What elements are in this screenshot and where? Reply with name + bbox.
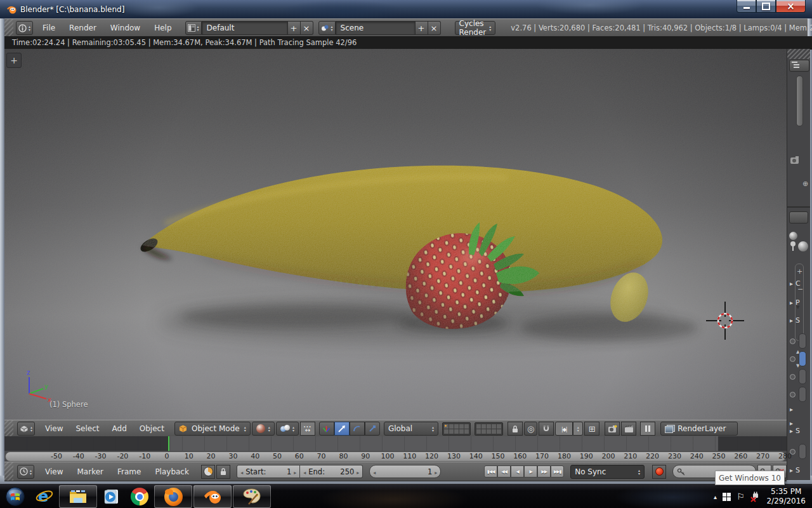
- layer-cell[interactable]: [481, 424, 486, 429]
- increment-icon[interactable]: [435, 467, 437, 476]
- taskbar-clock[interactable]: 5:35 PM 2/29/2016: [766, 487, 806, 506]
- editor-corner-widget[interactable]: [4, 420, 13, 437]
- panel-header-row[interactable]: C: [790, 279, 801, 288]
- taskbar-item-firefox[interactable]: [154, 485, 192, 508]
- snap-element-button[interactable]: [555, 422, 573, 436]
- current-frame-indicator[interactable]: [168, 436, 169, 451]
- layer-cell[interactable]: [492, 424, 496, 429]
- close-button[interactable]: ×: [776, 0, 806, 13]
- taskbar-item-paint[interactable]: [233, 485, 271, 508]
- layer-cell[interactable]: [459, 424, 464, 429]
- layer-cell[interactable]: [476, 424, 481, 429]
- disclosure-triangle-icon[interactable]: [790, 404, 793, 413]
- add-layout-button[interactable]: [288, 21, 301, 35]
- timeline-frames-area[interactable]: [4, 436, 787, 451]
- editor-corner-widget[interactable]: [4, 462, 13, 481]
- layer-cell[interactable]: [497, 429, 501, 434]
- taskbar-item-file-explorer[interactable]: [59, 485, 97, 508]
- restore-button[interactable]: [756, 0, 776, 13]
- option-row[interactable]: [790, 444, 806, 459]
- layer-cell[interactable]: [487, 424, 491, 429]
- menu-item[interactable]: Select: [70, 424, 106, 433]
- plus-icon[interactable]: +: [797, 267, 802, 276]
- previous-keyframe-button[interactable]: [497, 465, 511, 478]
- outliner-scrollbar[interactable]: [796, 76, 803, 126]
- panel-header-row[interactable]: S: [790, 426, 800, 435]
- layout-name-field[interactable]: Default: [202, 21, 288, 35]
- render-preview-viewport[interactable]: z y x + (1) Sphere: [4, 49, 787, 420]
- snap-toggle[interactable]: [539, 422, 554, 436]
- editor-type-button-timeline[interactable]: [17, 465, 34, 479]
- viewport-shading-select[interactable]: [252, 422, 275, 436]
- layer-cell[interactable]: [444, 424, 449, 429]
- layer-buttons-left[interactable]: [442, 422, 471, 436]
- layer-cell[interactable]: [487, 429, 491, 434]
- frame-lock-toggle[interactable]: [216, 465, 230, 479]
- menu-item[interactable]: Frame: [110, 467, 148, 476]
- lock-to-scene-toggle[interactable]: [508, 422, 523, 436]
- translate-manipulator-button[interactable]: [334, 422, 350, 436]
- taskbar-item-media-player[interactable]: [98, 486, 126, 507]
- action-center-flag-icon[interactable]: [737, 491, 745, 502]
- layer-cell[interactable]: [481, 429, 486, 434]
- scene-browse-button[interactable]: [318, 21, 336, 35]
- decrement-icon[interactable]: [303, 467, 306, 476]
- editor-type-button-info[interactable]: [16, 21, 33, 35]
- editor-corner-widget[interactable]: [4, 19, 13, 37]
- taskbar-item-chrome[interactable]: [126, 486, 154, 507]
- current-frame-field[interactable]: 1: [369, 465, 441, 478]
- window-titlebar[interactable]: Blender* [C:\banana.blend] ×: [0, 0, 812, 18]
- menu-item[interactable]: Window: [103, 23, 147, 32]
- layer-cell[interactable]: [492, 429, 496, 434]
- layer-buttons-right[interactable]: [475, 422, 503, 436]
- start-button[interactable]: [0, 486, 30, 507]
- mode-select[interactable]: Object Mode: [174, 422, 251, 436]
- increment-icon[interactable]: [357, 467, 359, 476]
- pivot-point-select[interactable]: [276, 422, 299, 436]
- decrement-icon[interactable]: [240, 467, 243, 476]
- layer-cell[interactable]: [444, 429, 449, 434]
- add-scene-button[interactable]: [416, 21, 428, 35]
- play-button[interactable]: [524, 465, 537, 478]
- option-row[interactable]: [790, 369, 806, 384]
- world-icon[interactable]: [789, 232, 797, 240]
- start-frame-field[interactable]: Start: 1: [237, 465, 300, 478]
- menu-item[interactable]: Render: [62, 23, 103, 32]
- delete-scene-button[interactable]: [428, 21, 441, 35]
- properties-panel-edge[interactable]: ⊕ + − ▾ ▴ ▾ C P S S S: [787, 49, 810, 480]
- proportional-edit-select[interactable]: [524, 422, 537, 436]
- increment-icon[interactable]: [294, 467, 296, 476]
- layer-cell[interactable]: [449, 424, 454, 429]
- auto-keyframe-toggle[interactable]: [652, 465, 666, 479]
- timeline-ruler[interactable]: -50-40-30-20-100102030405060708090100110…: [4, 451, 787, 462]
- render-layer-select[interactable]: RenderLayer: [660, 422, 738, 436]
- jump-to-end-button[interactable]: [551, 465, 564, 478]
- menu-item[interactable]: Add: [106, 424, 133, 433]
- rotate-manipulator-button[interactable]: [350, 422, 365, 436]
- layer-cell[interactable]: [497, 424, 501, 429]
- toolshelf-expand-button[interactable]: +: [6, 53, 22, 68]
- option-row[interactable]: [790, 351, 806, 366]
- option-row[interactable]: [790, 333, 806, 349]
- opengl-animation-button[interactable]: [621, 422, 636, 436]
- layer-cell[interactable]: [459, 429, 464, 434]
- jump-to-start-button[interactable]: [484, 465, 497, 478]
- play-reverse-button[interactable]: [511, 465, 524, 478]
- manipulator-toggle[interactable]: [319, 422, 334, 436]
- end-frame-field[interactable]: End: 250: [300, 465, 363, 478]
- menu-item[interactable]: Object: [133, 424, 171, 433]
- material-ball-icon[interactable]: [798, 241, 808, 251]
- layer-cell[interactable]: [464, 429, 469, 434]
- panel-header-row[interactable]: S: [790, 465, 800, 474]
- minimize-button[interactable]: [737, 0, 756, 13]
- layer-cell[interactable]: [476, 429, 481, 434]
- layer-cell[interactable]: [449, 429, 454, 434]
- panel-header-row[interactable]: P: [790, 298, 800, 307]
- properties-display-button[interactable]: [789, 211, 808, 224]
- pin-icon[interactable]: [789, 241, 797, 252]
- hidden-icons-button[interactable]: [714, 492, 717, 501]
- menu-item[interactable]: Help: [147, 23, 178, 32]
- scene-name-field[interactable]: Scene: [336, 21, 416, 35]
- option-row[interactable]: [790, 387, 806, 402]
- outliner-display-button[interactable]: [789, 60, 809, 72]
